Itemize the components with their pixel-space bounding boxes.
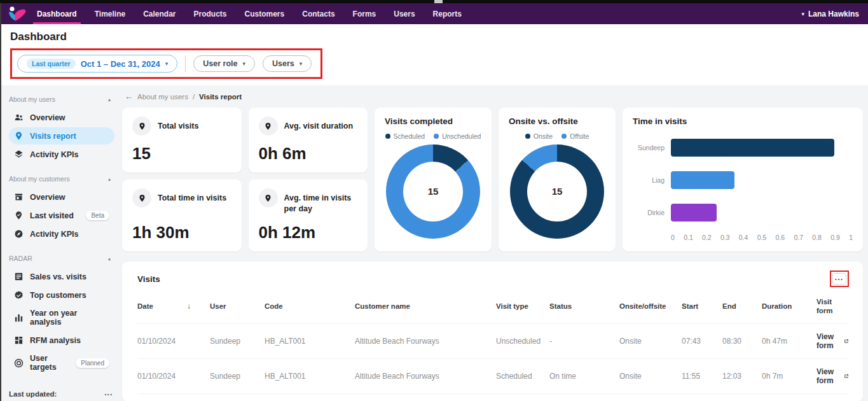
back-arrow-icon[interactable]: ← [125,92,133,101]
column-header-start[interactable]: Start [682,302,722,311]
view-form-link[interactable]: View form [816,332,849,350]
donut-chart-onsite-offsite: 15 [510,144,604,239]
column-header-visit-type[interactable]: Visit type [496,302,549,311]
nav-item-users[interactable]: Users [394,3,415,24]
people-icon [14,113,24,122]
section-title: RADAR [9,255,32,262]
sidebar: About my users ▴ Overview Visits report … [0,85,120,401]
users-filter[interactable]: Users ▾ [263,55,312,72]
cell-status: On time [549,372,619,381]
sidebar-item-sales-vs-visits[interactable]: Sales vs. visits [9,268,114,285]
column-header-onsite-offsite[interactable]: Onsite/offsite [619,302,682,311]
nav-item-forms[interactable]: Forms [353,3,376,24]
nav-item-products[interactable]: Products [194,3,227,24]
breadcrumb: ← About my users / Visits report [125,92,863,101]
cell-start: 07:43 [682,337,722,346]
table-menu-button[interactable]: ••• [832,273,846,285]
kpi-label: Avg. time in visits per day [284,188,358,214]
sidebar-item-year-on-year[interactable]: Year on year analysis [9,305,114,330]
nav-item-timeline[interactable]: Timeline [95,3,125,24]
planned-badge: Planned [76,358,109,368]
sidebar-item-label: Sales vs. visits [30,272,86,281]
sidebar-item-users-overview[interactable]: Overview [9,109,114,126]
date-range-filter[interactable]: Last quarter Oct 1 – Dec 31, 2024 ▾ [17,55,177,73]
sidebar-item-label: Visits report [30,132,76,141]
legend-dot [561,134,567,139]
cell-end: 08:30 [722,337,762,346]
external-link-icon [844,337,849,345]
table-header-row: Date ↓ User Code Customer name Visit typ… [137,297,849,323]
user-role-filter[interactable]: User role ▾ [193,55,255,72]
nav-item-contacts[interactable]: Contacts [302,3,334,24]
sidebar-item-visits-report[interactable]: Visits report [9,127,114,144]
sidebar-item-user-targets[interactable]: User targets Planned [9,350,114,376]
sidebar-item-top-customers[interactable]: Top customers [9,286,114,304]
table-body: 01/10/2024 Sundeep HB_ALT001 Altitude Be… [137,323,849,401]
sort-desc-icon[interactable]: ↓ [187,302,210,311]
donut-center-value: 15 [403,162,463,222]
bar-category-label: Sundeep [633,144,665,151]
breadcrumb-separator: / [193,93,195,101]
column-header-status[interactable]: Status [549,302,619,311]
sidebar-item-customers-activity-kpis[interactable]: Activity KPIs [9,225,114,243]
cell-date: 01/10/2024 [137,372,187,381]
table-row: 02/10/2024 Dirkie CHE047 Checkers Balfou… [137,393,849,401]
legend-label: Unscheduled [442,132,481,140]
x-axis-tick: 0 [671,234,675,241]
view-form-label: View form [816,367,840,385]
donut-card-onsite-offsite: Onsite vs. offsite Onsite Offsite 15 [499,108,616,251]
view-form-link[interactable]: View form [816,367,849,385]
breadcrumb-parent[interactable]: About my users [137,93,188,101]
column-header-visit-form[interactable]: Visit form [816,297,849,316]
location-pin-icon [132,188,151,208]
pin-check-icon [14,211,24,220]
sidebar-item-users-activity-kpis[interactable]: Activity KPIs [9,146,114,163]
sidebar-section-radar[interactable]: RADAR ▴ [9,251,114,267]
column-header-end[interactable]: End [722,302,762,311]
donut-card-visits-completed: Visits completed Scheduled Unscheduled 1… [375,108,492,251]
user-menu[interactable]: ▾ Lana Hawkins [801,10,859,18]
chart-title: Onsite vs. offsite [509,116,605,126]
nav-item-calendar[interactable]: Calendar [143,3,176,24]
annotation-box-filters: Last quarter Oct 1 – Dec 31, 2024 ▾ User… [10,48,322,79]
kpi-grid: Total visits 15 Avg. visit duration 0h 6… [122,108,368,251]
nav-item-reports[interactable]: Reports [433,3,462,24]
kpi-card-total-visits: Total visits 15 [122,108,242,172]
bar-track [671,171,853,189]
chart-title: Visits completed [385,116,481,126]
main-content: ← About my users / Visits report Total v… [120,85,868,401]
visits-table-card: Visits ••• Date ↓ User Code Customer nam… [122,262,863,401]
column-header-duration[interactable]: Duration [762,302,816,311]
x-axis-tick: 0.8 [812,234,822,241]
nav-item-customers[interactable]: Customers [245,3,285,24]
column-header-user[interactable]: User [210,302,265,311]
column-header-customer-name[interactable]: Customer name [355,302,496,311]
ellipsis-icon: ••• [835,277,843,281]
cell-onsite-offsite: Onsite [619,372,682,381]
kpi-value: 0h 6m [259,144,358,164]
legend-label: Scheduled [394,132,425,140]
layers-icon [14,150,24,159]
filter-divider [185,55,186,72]
sidebar-footer-menu-icon[interactable]: ••• [105,392,113,397]
kpi-card-avg-time-per-day: Avg. time in visits per day 0h 12m [249,179,368,251]
date-range-value: Oct 1 – Dec 31, 2024 [81,59,160,69]
sidebar-section-about-my-customers[interactable]: About my customers ▴ [9,171,114,188]
column-header-code[interactable]: Code [265,302,355,311]
caret-down-icon: ▾ [165,60,169,67]
skynamo-logo-icon [6,6,28,22]
grid-icon [14,335,24,345]
sidebar-item-rfm-analysis[interactable]: RFM analysis [9,332,114,349]
sidebar-item-last-visited[interactable]: Last visited Beta [9,207,114,224]
column-header-date[interactable]: Date [137,302,187,311]
cell-status: - [549,337,619,346]
sidebar-item-customers-overview[interactable]: Overview [9,188,114,206]
caret-up-icon: ▴ [108,97,111,102]
page-header: Dashboard Last quarter Oct 1 – Dec 31, 2… [0,24,868,85]
nav-item-dashboard[interactable]: Dashboard [37,3,77,24]
annotation-box-table-menu: ••• [830,271,849,287]
sidebar-item-label: Year on year analysis [30,309,109,327]
sidebar-section-about-my-users[interactable]: About my users ▴ [9,92,114,108]
cell-end: 12:03 [722,372,762,381]
compass-icon [14,229,24,239]
